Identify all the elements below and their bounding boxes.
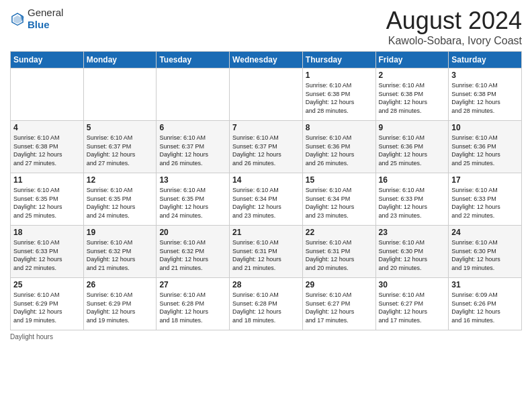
day-number: 22 [306, 228, 373, 237]
day-info: Sunrise: 6:10 AM Sunset: 6:35 PM Dayligh… [13, 186, 81, 220]
day-info: Sunrise: 6:10 AM Sunset: 6:34 PM Dayligh… [232, 186, 300, 220]
day-number: 5 [87, 123, 154, 132]
day-header-tuesday: Tuesday [157, 52, 230, 68]
day-info: Sunrise: 6:10 AM Sunset: 6:32 PM Dayligh… [87, 238, 154, 272]
svg-marker-1 [13, 15, 21, 23]
day-number: 29 [306, 280, 373, 289]
day-cell-14: 14Sunrise: 6:10 AM Sunset: 6:34 PM Dayli… [230, 173, 303, 226]
day-number: 23 [379, 228, 446, 237]
day-cell-3: 3Sunrise: 6:10 AM Sunset: 6:38 PM Daylig… [449, 68, 522, 121]
calendar-header: SundayMondayTuesdayWednesdayThursdayFrid… [11, 52, 522, 68]
day-number: 7 [232, 123, 300, 132]
day-cell-21: 21Sunrise: 6:10 AM Sunset: 6:31 PM Dayli… [230, 226, 303, 278]
logo: General Blue [10, 7, 63, 30]
day-cell-2: 2Sunrise: 6:10 AM Sunset: 6:38 PM Daylig… [375, 68, 449, 121]
day-header-monday: Monday [83, 52, 157, 68]
calendar-body: 1Sunrise: 6:10 AM Sunset: 6:38 PM Daylig… [11, 68, 522, 330]
day-info: Sunrise: 6:10 AM Sunset: 6:30 PM Dayligh… [379, 238, 446, 272]
day-number: 3 [451, 71, 519, 80]
day-number: 28 [232, 280, 300, 289]
day-number: 11 [13, 175, 81, 185]
day-number: 9 [379, 123, 446, 132]
day-header-saturday: Saturday [449, 52, 522, 68]
day-cell-empty-1 [83, 68, 157, 121]
day-number: 20 [159, 228, 226, 237]
day-info: Sunrise: 6:10 AM Sunset: 6:30 PM Dayligh… [451, 238, 519, 272]
day-number: 17 [451, 175, 519, 185]
day-info: Sunrise: 6:10 AM Sunset: 6:38 PM Dayligh… [306, 81, 373, 115]
logo-general: General [28, 7, 63, 18]
day-info: Sunrise: 6:10 AM Sunset: 6:28 PM Dayligh… [159, 291, 226, 324]
header: General Blue August 2024 Kawolo-Sobara, … [10, 7, 522, 47]
day-cell-15: 15Sunrise: 6:10 AM Sunset: 6:34 PM Dayli… [302, 173, 375, 226]
day-header-friday: Friday [375, 52, 449, 68]
day-number: 19 [87, 228, 154, 237]
day-info: Sunrise: 6:10 AM Sunset: 6:31 PM Dayligh… [232, 238, 300, 272]
day-cell-18: 18Sunrise: 6:10 AM Sunset: 6:33 PM Dayli… [11, 226, 84, 278]
day-info: Sunrise: 6:10 AM Sunset: 6:38 PM Dayligh… [13, 134, 81, 167]
day-info: Sunrise: 6:10 AM Sunset: 6:36 PM Dayligh… [451, 134, 519, 167]
day-info: Sunrise: 6:10 AM Sunset: 6:37 PM Dayligh… [159, 134, 226, 167]
day-number: 25 [13, 280, 81, 289]
day-number: 8 [306, 123, 373, 132]
day-number: 13 [159, 175, 226, 185]
day-info: Sunrise: 6:10 AM Sunset: 6:29 PM Dayligh… [87, 291, 154, 324]
day-cell-empty-0 [11, 68, 84, 121]
day-cell-12: 12Sunrise: 6:10 AM Sunset: 6:35 PM Dayli… [83, 173, 157, 226]
day-number: 18 [13, 228, 81, 237]
day-cell-19: 19Sunrise: 6:10 AM Sunset: 6:32 PM Dayli… [83, 226, 157, 278]
day-cell-29: 29Sunrise: 6:10 AM Sunset: 6:27 PM Dayli… [302, 278, 375, 330]
day-info: Sunrise: 6:10 AM Sunset: 6:36 PM Dayligh… [306, 134, 373, 167]
week-row-2: 4Sunrise: 6:10 AM Sunset: 6:38 PM Daylig… [11, 121, 522, 173]
month-title: August 2024 [386, 7, 522, 35]
day-info: Sunrise: 6:10 AM Sunset: 6:34 PM Dayligh… [306, 186, 373, 220]
logo-text: General Blue [28, 7, 63, 30]
day-info: Sunrise: 6:10 AM Sunset: 6:38 PM Dayligh… [379, 81, 446, 115]
day-number: 16 [379, 175, 446, 185]
day-info: Sunrise: 6:10 AM Sunset: 6:35 PM Dayligh… [159, 186, 226, 220]
day-cell-8: 8Sunrise: 6:10 AM Sunset: 6:36 PM Daylig… [302, 121, 375, 173]
day-number: 12 [87, 175, 154, 185]
day-cell-22: 22Sunrise: 6:10 AM Sunset: 6:31 PM Dayli… [302, 226, 375, 278]
day-number: 15 [306, 175, 373, 185]
day-cell-empty-3 [230, 68, 303, 121]
day-header-thursday: Thursday [302, 52, 375, 68]
day-cell-7: 7Sunrise: 6:10 AM Sunset: 6:37 PM Daylig… [230, 121, 303, 173]
day-info: Sunrise: 6:10 AM Sunset: 6:28 PM Dayligh… [232, 291, 300, 324]
day-info: Sunrise: 6:10 AM Sunset: 6:37 PM Dayligh… [232, 134, 300, 167]
day-number: 26 [87, 280, 154, 289]
page-container: General Blue August 2024 Kawolo-Sobara, … [0, 0, 532, 347]
header-row: SundayMondayTuesdayWednesdayThursdayFrid… [11, 52, 522, 68]
day-info: Sunrise: 6:10 AM Sunset: 6:27 PM Dayligh… [306, 291, 373, 324]
day-number: 2 [379, 71, 446, 80]
day-cell-20: 20Sunrise: 6:10 AM Sunset: 6:32 PM Dayli… [157, 226, 230, 278]
day-cell-30: 30Sunrise: 6:10 AM Sunset: 6:27 PM Dayli… [375, 278, 449, 330]
footer-note: Daylight hours [10, 333, 522, 340]
logo-blue: Blue [28, 19, 50, 30]
day-number: 21 [232, 228, 300, 237]
day-cell-24: 24Sunrise: 6:10 AM Sunset: 6:30 PM Dayli… [449, 226, 522, 278]
day-cell-25: 25Sunrise: 6:10 AM Sunset: 6:29 PM Dayli… [11, 278, 84, 330]
day-number: 31 [451, 280, 519, 289]
day-cell-4: 4Sunrise: 6:10 AM Sunset: 6:38 PM Daylig… [11, 121, 84, 173]
day-info: Sunrise: 6:10 AM Sunset: 6:33 PM Dayligh… [379, 186, 446, 220]
day-number: 6 [159, 123, 226, 132]
day-cell-1: 1Sunrise: 6:10 AM Sunset: 6:38 PM Daylig… [302, 68, 375, 121]
day-number: 27 [159, 280, 226, 289]
day-cell-27: 27Sunrise: 6:10 AM Sunset: 6:28 PM Dayli… [157, 278, 230, 330]
logo-icon [10, 11, 25, 26]
day-number: 10 [451, 123, 519, 132]
calendar-table: SundayMondayTuesdayWednesdayThursdayFrid… [10, 51, 522, 330]
day-cell-9: 9Sunrise: 6:10 AM Sunset: 6:36 PM Daylig… [375, 121, 449, 173]
day-cell-23: 23Sunrise: 6:10 AM Sunset: 6:30 PM Dayli… [375, 226, 449, 278]
day-cell-31: 31Sunrise: 6:09 AM Sunset: 6:26 PM Dayli… [449, 278, 522, 330]
day-cell-10: 10Sunrise: 6:10 AM Sunset: 6:36 PM Dayli… [449, 121, 522, 173]
day-cell-6: 6Sunrise: 6:10 AM Sunset: 6:37 PM Daylig… [157, 121, 230, 173]
day-info: Sunrise: 6:10 AM Sunset: 6:33 PM Dayligh… [451, 186, 519, 220]
day-cell-empty-2 [157, 68, 230, 121]
day-cell-17: 17Sunrise: 6:10 AM Sunset: 6:33 PM Dayli… [449, 173, 522, 226]
day-cell-5: 5Sunrise: 6:10 AM Sunset: 6:37 PM Daylig… [83, 121, 157, 173]
location-title: Kawolo-Sobara, Ivory Coast [386, 35, 522, 47]
day-info: Sunrise: 6:10 AM Sunset: 6:36 PM Dayligh… [379, 134, 446, 167]
day-info: Sunrise: 6:10 AM Sunset: 6:32 PM Dayligh… [159, 238, 226, 272]
